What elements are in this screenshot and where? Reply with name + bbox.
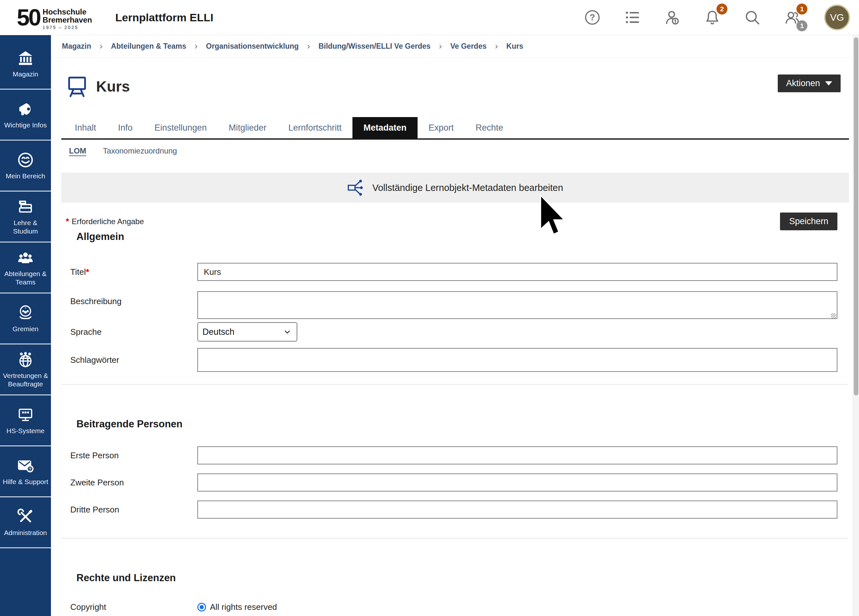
save-row: *Erforderliche Angabe Speichern — [61, 212, 849, 231]
sidebar-item-abteilungen-teams[interactable]: Abteilungen & Teams — [0, 242, 51, 294]
sidebar-item-label: Vertretungen & Beauftragte — [0, 372, 51, 388]
required-star: * — [66, 216, 69, 226]
field-row-titel: Titel* — [61, 263, 849, 281]
sidebar-item-label: Lehre & Studium — [0, 219, 51, 235]
titel-label: Titel* — [61, 267, 197, 277]
edit-full-metadata-banner[interactable]: Vollständige Lernobjekt-Metadaten bearbe… — [61, 172, 849, 203]
erste-person-label: Erste Person — [61, 450, 197, 461]
course-icon — [66, 75, 88, 98]
bell-icon[interactable]: 2 — [704, 9, 720, 25]
banner-label: Vollständige Lernobjekt-Metadaten bearbe… — [372, 183, 563, 193]
tab-mitglieder[interactable]: Mitglieder — [218, 117, 277, 138]
subtab-taxonomiezuordnung[interactable]: Taxonomiezuordnung — [103, 146, 177, 155]
help-icon[interactable]: ? — [584, 9, 600, 25]
title-bar: Kurs Aktionen — [61, 58, 849, 100]
sidebar-item-wichtige-infos[interactable]: Wichtige Infos — [0, 90, 51, 141]
sidebar-item-label: Mein Bereich — [5, 172, 47, 180]
section-divider — [61, 538, 848, 538]
breadcrumb-item[interactable]: Abteilungen & Teams — [111, 42, 186, 51]
sidebar-item-administration[interactable]: Administration — [0, 497, 51, 548]
books-icon — [17, 198, 34, 216]
bank-icon — [17, 49, 34, 67]
tab-einstellungen[interactable]: Einstellungen — [144, 117, 218, 138]
sidebar-item-magazin[interactable]: Magazin — [0, 39, 51, 90]
user-alert-icon[interactable] — [664, 9, 680, 25]
tab-export[interactable]: Export — [417, 117, 465, 138]
zweite-person-input[interactable] — [197, 474, 837, 491]
field-row-erste-person: Erste Person — [61, 446, 849, 464]
top-header: 50 Hochschule Bremerhaven 1975 – 2025 Le… — [0, 0, 859, 35]
university-logo[interactable]: 50 Hochschule Bremerhaven 1975 – 2025 — [17, 5, 92, 30]
field-row-copyright: Copyright All rights reserved — [61, 602, 849, 612]
svg-text:?: ? — [590, 12, 595, 22]
avatar[interactable]: VG — [824, 5, 850, 30]
bell-badge: 2 — [717, 3, 728, 14]
tab-info[interactable]: Info — [107, 117, 144, 138]
megaphone-icon — [17, 100, 34, 118]
schlagwoerter-input[interactable] — [197, 348, 837, 372]
tab-bar: Inhalt Info Einstellungen Mitglieder Ler… — [61, 117, 849, 140]
tab-lernfortschritt[interactable]: Lernfortschritt — [277, 117, 353, 138]
chevron-down-icon — [825, 81, 832, 86]
scrollbar-thumb[interactable] — [854, 38, 858, 396]
section-divider — [61, 384, 848, 385]
save-button[interactable]: Speichern — [780, 213, 837, 230]
tab-rechte[interactable]: Rechte — [465, 117, 514, 138]
sidebar-item-mein-bereich[interactable]: Mein Bereich — [0, 141, 51, 192]
sprache-select[interactable]: Deutsch — [197, 322, 297, 342]
resize-grip-icon[interactable] — [831, 313, 836, 318]
vertical-scrollbar[interactable] — [853, 35, 859, 616]
breadcrumb-item[interactable]: Bildung/Wissen/ELLI Ve Gerdes — [319, 42, 431, 51]
breadcrumb-separator: › — [495, 41, 498, 51]
erste-person-input[interactable] — [197, 446, 837, 464]
radio-checked-icon[interactable] — [197, 603, 206, 611]
app-window: 50 Hochschule Bremerhaven 1975 – 2025 Le… — [0, 0, 859, 616]
logo-line1: Hochschule — [42, 8, 92, 16]
chevron-down-icon — [283, 328, 292, 336]
subtab-lom[interactable]: LOM — [69, 146, 86, 155]
breadcrumb-item[interactable]: Ve Gerdes — [450, 42, 487, 51]
breadcrumb-separator: › — [100, 41, 103, 51]
beschreibung-textarea[interactable] — [197, 291, 837, 319]
logo-years: 1975 – 2025 — [42, 25, 92, 30]
search-icon[interactable] — [744, 9, 760, 25]
sidebar-item-hilfe-support[interactable]: ? Hilfe & Support — [0, 446, 51, 497]
contacts-badge-top: 1 — [797, 3, 807, 14]
field-row-sprache: Sprache Deutsch — [61, 322, 849, 342]
sidebar-item-label: Hilfe & Support — [1, 478, 49, 486]
sidebar-item-hs-systeme[interactable]: *** HS-Systeme — [0, 396, 51, 446]
sidebar-item-label: Magazin — [11, 70, 39, 78]
sidebar-item-label: HS-Systeme — [5, 427, 46, 435]
copyright-label: Copyright — [61, 602, 197, 612]
schlagwoerter-label: Schlagwörter — [61, 355, 197, 365]
list-icon[interactable] — [624, 9, 640, 25]
header-icon-bar: ? — [584, 5, 850, 30]
breadcrumb-item[interactable]: Magazin — [62, 42, 91, 51]
contacts-icon[interactable]: 1 1 — [784, 9, 800, 25]
sidebar-item-label: Gremien — [11, 325, 40, 333]
sidebar-item-gremien[interactable]: Gremien — [0, 294, 51, 344]
titel-input[interactable] — [197, 263, 837, 281]
section-heading-beitragende: Beitragende Personen — [61, 418, 849, 430]
users-icon — [17, 249, 34, 266]
svg-text:?: ? — [29, 466, 31, 472]
breadcrumb: Magazin › Abteilungen & Teams › Organisa… — [51, 35, 853, 58]
sprache-select-value: Deutsch — [203, 327, 234, 337]
section-heading-rechte: Rechte und Lizenzen — [61, 572, 849, 584]
copyright-radio-all-rights-reserved[interactable]: All rights reserved — [197, 602, 837, 612]
dritte-person-input[interactable] — [197, 500, 837, 519]
section-heading-allgemein: Allgemein — [61, 231, 849, 243]
contacts-badge-bottom: 1 — [797, 20, 807, 31]
breadcrumb-item[interactable]: Organisationsentwicklung — [206, 42, 299, 51]
dritte-person-label: Dritte Person — [61, 505, 197, 515]
actions-button[interactable]: Aktionen — [778, 75, 840, 92]
sidebar-item-vertretungen[interactable]: Vertretungen & Beauftragte — [0, 344, 51, 396]
main-area: Magazin › Abteilungen & Teams › Organisa… — [51, 35, 853, 616]
tab-inhalt[interactable]: Inhalt — [64, 117, 107, 138]
tab-metadaten[interactable]: Metadaten — [353, 117, 417, 138]
zweite-person-label: Zweite Person — [61, 478, 197, 488]
logo-50-text: 50 — [17, 6, 40, 29]
field-row-beschreibung: Beschreibung — [61, 291, 849, 320]
breadcrumb-item[interactable]: Kurs — [506, 42, 523, 51]
sidebar-item-lehre-studium[interactable]: Lehre & Studium — [0, 192, 51, 242]
